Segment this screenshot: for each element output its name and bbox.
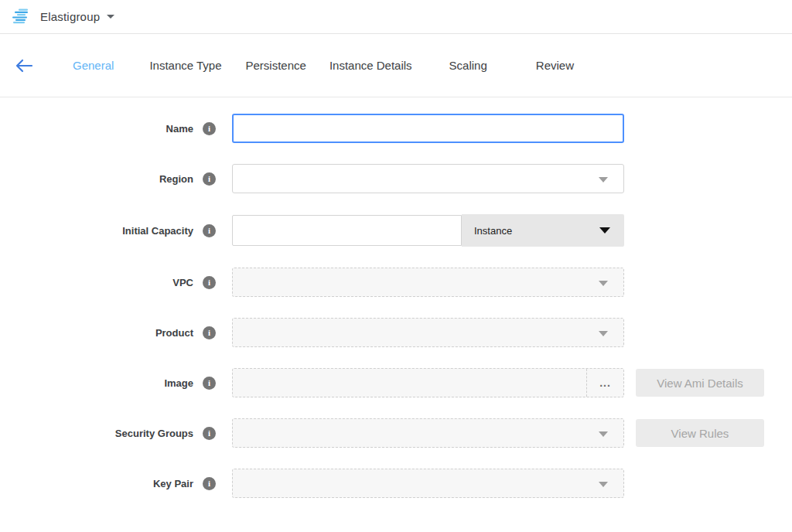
- region-label: Region: [0, 173, 193, 185]
- info-icon[interactable]: i: [203, 224, 216, 237]
- info-icon[interactable]: i: [203, 172, 216, 186]
- chevron-down-icon: [599, 281, 608, 286]
- security-groups-select: [232, 418, 624, 448]
- chevron-down-icon: [599, 482, 608, 487]
- initial-capacity-input[interactable]: [232, 215, 462, 246]
- view-rules-button[interactable]: View Rules: [636, 419, 764, 447]
- app-title[interactable]: Elastigroup: [40, 10, 100, 23]
- tab-instance-type[interactable]: Instance Type: [149, 59, 221, 72]
- initial-capacity-label: Initial Capacity: [0, 225, 193, 237]
- name-row: Name i: [0, 114, 792, 143]
- image-row: Image i ... View Ami Details: [0, 368, 792, 397]
- key-pair-select: [232, 469, 624, 498]
- arrow-left-icon: [15, 59, 33, 73]
- capacity-unit-select[interactable]: Instance: [462, 214, 624, 247]
- elastigroup-logo-icon: [12, 9, 31, 26]
- product-row: Product i: [0, 318, 792, 347]
- initial-capacity-control: Instance: [232, 214, 624, 247]
- view-ami-details-button[interactable]: View Ami Details: [636, 369, 764, 397]
- vpc-select: [232, 268, 624, 297]
- tab-review[interactable]: Review: [536, 59, 574, 72]
- security-groups-label: Security Groups: [0, 428, 193, 439]
- region-select[interactable]: [232, 164, 624, 193]
- initial-capacity-row: Initial Capacity i Instance: [0, 214, 792, 247]
- image-input: [233, 369, 586, 397]
- capacity-unit-value: Instance: [474, 225, 512, 237]
- wizard-tabbar: General Instance Type Persistence Instan…: [0, 34, 792, 97]
- chevron-down-icon: [599, 227, 610, 234]
- general-form: Name i Region i Initial Capacity i Insta…: [0, 97, 792, 498]
- chevron-down-icon[interactable]: [107, 15, 114, 19]
- info-icon[interactable]: i: [203, 377, 216, 390]
- product-label: Product: [0, 327, 193, 339]
- info-icon[interactable]: i: [203, 276, 216, 289]
- back-button[interactable]: [14, 57, 34, 74]
- tab-general[interactable]: General: [73, 59, 114, 72]
- product-select: [232, 318, 624, 347]
- name-input[interactable]: [232, 114, 624, 143]
- image-label: Image: [0, 377, 193, 389]
- app-header: Elastigroup: [0, 0, 792, 34]
- vpc-row: VPC i: [0, 268, 792, 297]
- name-control: [232, 114, 624, 143]
- chevron-down-icon: [599, 431, 608, 437]
- chevron-down-icon: [599, 331, 608, 336]
- vpc-label: VPC: [0, 277, 193, 288]
- image-browse-button[interactable]: ...: [586, 369, 623, 397]
- region-row: Region i: [0, 164, 792, 193]
- tab-persistence[interactable]: Persistence: [246, 59, 306, 72]
- security-groups-row: Security Groups i View Rules: [0, 418, 792, 448]
- info-icon[interactable]: i: [203, 477, 216, 490]
- tab-scaling[interactable]: Scaling: [449, 59, 487, 72]
- info-icon[interactable]: i: [203, 326, 216, 339]
- key-pair-row: Key Pair i: [0, 469, 792, 498]
- key-pair-label: Key Pair: [0, 478, 193, 489]
- name-label: Name: [0, 123, 193, 135]
- tab-instance-details[interactable]: Instance Details: [329, 59, 412, 72]
- info-icon[interactable]: i: [203, 122, 216, 135]
- info-icon[interactable]: i: [203, 427, 216, 440]
- chevron-down-icon: [599, 177, 608, 182]
- image-control: ...: [232, 368, 624, 397]
